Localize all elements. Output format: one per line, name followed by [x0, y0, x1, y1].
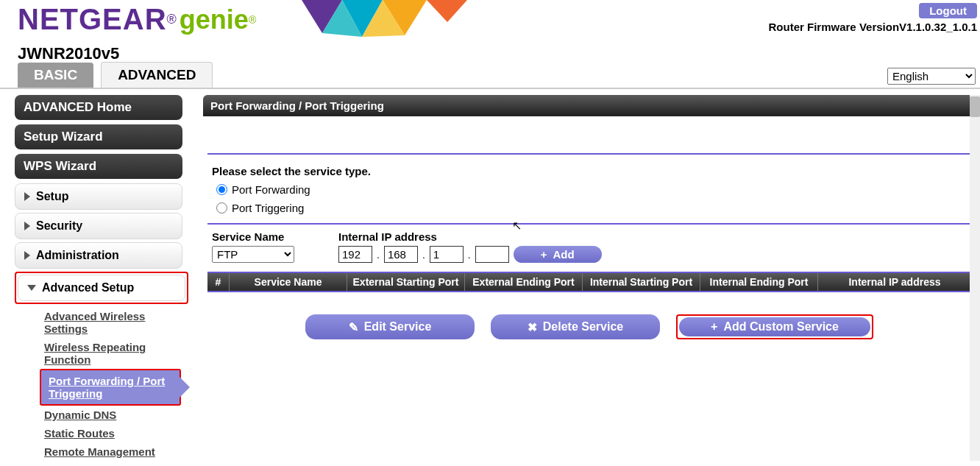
- radio-port-forwarding[interactable]: Port Forwarding: [212, 182, 967, 200]
- caret-right-icon: [24, 251, 30, 260]
- caret-right-icon: [24, 192, 30, 201]
- service-type-prompt: Please select the service type.: [212, 165, 967, 177]
- advanced-setup-sublist: Advanced Wireless Settings Wireless Repe…: [15, 304, 188, 461]
- ip-octet-4[interactable]: [475, 246, 509, 263]
- sublink-static-routes[interactable]: Static Routes: [44, 424, 188, 442]
- logout-button[interactable]: Logout: [919, 3, 977, 18]
- sidebar-item-administration[interactable]: Administration: [15, 242, 182, 269]
- highlight-add-custom: + Add Custom Service: [676, 314, 873, 339]
- scrollbar[interactable]: [970, 95, 980, 461]
- decorative-triangles-icon: [302, 0, 493, 44]
- col-intstart: Internal Starting Port: [583, 273, 700, 291]
- internal-ip-label: Internal IP address: [338, 230, 602, 243]
- delete-service-button[interactable]: ✖ Delete Service: [491, 314, 660, 339]
- internal-ip-group: . . . + Add: [338, 246, 602, 263]
- netgear-logo-text: NETGEAR: [18, 3, 167, 36]
- ip-octet-1[interactable]: [338, 246, 372, 263]
- sidebar-pill-wps-wizard[interactable]: WPS Wizard: [15, 154, 182, 179]
- sublink-remote-management[interactable]: Remote Management: [44, 442, 188, 461]
- sidebar-pill-setup-wizard[interactable]: Setup Wizard: [15, 124, 182, 149]
- sidebar: ADVANCED Home Setup Wizard WPS Wizard Se…: [15, 95, 188, 461]
- caret-down-icon: [27, 285, 36, 291]
- tab-advanced[interactable]: ADVANCED: [101, 62, 213, 88]
- ip-octet-2[interactable]: [384, 246, 418, 263]
- sidebar-item-label: Advanced Setup: [42, 281, 134, 294]
- col-extstart: External Starting Port: [347, 273, 465, 291]
- col-index: #: [207, 273, 230, 291]
- col-service: Service Name: [230, 273, 347, 291]
- model-label: JWNR2010v5: [18, 44, 119, 63]
- main-tabs: BASIC ADVANCED English: [0, 62, 980, 89]
- button-label: Edit Service: [364, 320, 432, 333]
- caret-right-icon: [24, 222, 30, 230]
- edit-service-button[interactable]: ✎ Edit Service: [305, 314, 475, 339]
- sidebar-item-label: Setup: [36, 190, 68, 203]
- registered-icon: ®: [167, 12, 177, 27]
- panel-title: Port Forwarding / Port Triggering: [203, 95, 976, 116]
- x-icon: ✖: [528, 320, 537, 334]
- button-label: Delete Service: [543, 320, 623, 333]
- ip-octet-3[interactable]: [430, 246, 464, 263]
- col-intip: Internal IP address: [818, 273, 971, 291]
- registered-icon: ®: [249, 14, 256, 26]
- sidebar-item-label: Security: [36, 219, 82, 233]
- pencil-icon: ✎: [349, 320, 358, 334]
- sublink-dynamic-dns[interactable]: Dynamic DNS: [44, 406, 188, 424]
- button-label: Add Custom Service: [723, 320, 838, 333]
- sublink-wireless-repeating[interactable]: Wireless Repeating Function: [44, 338, 188, 369]
- sidebar-item-setup[interactable]: Setup: [15, 183, 182, 210]
- highlight-advanced-setup: Advanced Setup: [15, 272, 188, 304]
- scrollbar-thumb[interactable]: [970, 96, 980, 117]
- highlight-port-forwarding: Port Forwarding / Port Triggering: [40, 369, 181, 406]
- plus-icon: +: [711, 320, 717, 333]
- svg-marker-5: [427, 0, 467, 22]
- firmware-label: Router Firmware VersionV1.1.0.32_1.0.1: [769, 21, 977, 33]
- plus-icon: +: [541, 248, 547, 261]
- button-label: Add: [553, 248, 574, 261]
- radio-label: Port Triggering: [232, 202, 304, 214]
- service-name-label: Service Name: [212, 230, 294, 243]
- header: NETGEAR ® genie ® JWNR2010v5 Logout Rout…: [0, 0, 980, 62]
- radio-label: Port Forwarding: [232, 183, 310, 196]
- radio-port-triggering[interactable]: Port Triggering: [212, 200, 967, 219]
- col-intend: Internal Ending Port: [700, 273, 818, 291]
- add-custom-service-button[interactable]: + Add Custom Service: [679, 317, 870, 336]
- action-button-row: ✎ Edit Service ✖ Delete Service + Add Cu…: [207, 292, 971, 347]
- sublink-advanced-wireless[interactable]: Advanced Wireless Settings: [44, 307, 188, 338]
- sublink-port-forwarding[interactable]: Port Forwarding / Port Triggering: [41, 370, 180, 404]
- main-panel: Port Forwarding / Port Triggering Please…: [203, 95, 976, 461]
- add-button[interactable]: + Add: [514, 246, 602, 263]
- service-name-select[interactable]: FTP: [212, 246, 294, 263]
- sidebar-item-advanced-setup[interactable]: Advanced Setup: [18, 275, 185, 301]
- language-select[interactable]: English: [887, 68, 976, 85]
- port-table-header: # Service Name External Starting Port Ex…: [207, 273, 971, 291]
- genie-logo-text: genie: [180, 4, 249, 35]
- col-extend: External Ending Port: [465, 273, 583, 291]
- sidebar-pill-advanced-home[interactable]: ADVANCED Home: [15, 95, 182, 120]
- sidebar-item-label: Administration: [36, 249, 119, 262]
- radio-port-triggering-input[interactable]: [216, 202, 227, 213]
- radio-port-forwarding-input[interactable]: [216, 184, 227, 195]
- tab-basic[interactable]: BASIC: [18, 63, 93, 88]
- sidebar-item-security[interactable]: Security: [15, 213, 182, 239]
